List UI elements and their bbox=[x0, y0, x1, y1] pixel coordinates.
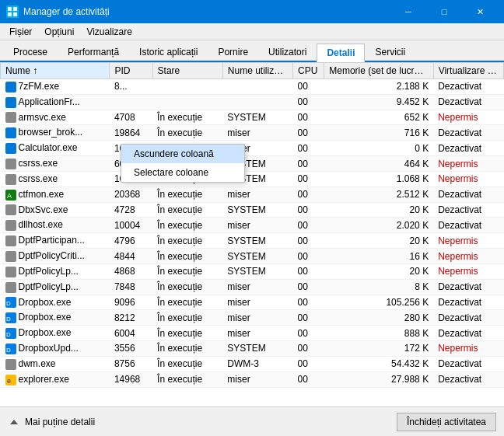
process-memory: 9.452 K bbox=[324, 94, 433, 110]
process-virt: Dezactivat bbox=[433, 125, 503, 141]
title-bar-text: Manager de activități bbox=[23, 6, 110, 17]
process-cpu: 00 bbox=[293, 341, 324, 357]
tab-procese[interactable]: Procese bbox=[3, 42, 58, 61]
process-cpu: 00 bbox=[293, 326, 324, 341]
process-memory: 464 K bbox=[324, 156, 433, 172]
process-memory: 16 K bbox=[324, 249, 433, 264]
svg-rect-4 bbox=[5, 82, 16, 92]
process-cpu: 00 bbox=[293, 218, 324, 233]
row-icon bbox=[5, 282, 16, 293]
svg-rect-5 bbox=[5, 97, 16, 108]
title-bar-controls: ─ □ ✕ bbox=[390, 0, 498, 23]
col-header-user[interactable]: Nume utilizator bbox=[222, 63, 292, 79]
process-status: În execuție bbox=[152, 341, 222, 357]
process-pid: 14968 bbox=[110, 371, 152, 387]
process-memory: 2.188 K bbox=[324, 79, 433, 95]
less-details-label: Mai puține detalii bbox=[25, 417, 95, 427]
row-icon bbox=[5, 97, 16, 108]
process-name: DptfPolicyLp... bbox=[19, 281, 79, 292]
svg-rect-18 bbox=[5, 282, 16, 293]
row-icon bbox=[5, 220, 16, 231]
process-cpu: 00 bbox=[293, 141, 324, 156]
table-row[interactable]: ApplicationFr...009.452 KDezactivat bbox=[1, 94, 504, 110]
table-row[interactable]: DbxSvc.exe4728În execuțieSYSTEM0020 KDez… bbox=[1, 202, 504, 218]
menu-optiuni[interactable]: Opțiuni bbox=[38, 25, 80, 39]
close-task-button[interactable]: Închideți activitatea bbox=[397, 413, 496, 431]
tab-utilizatori[interactable]: Utilizatori bbox=[258, 42, 317, 61]
menu-fisier[interactable]: Fișier bbox=[3, 25, 38, 39]
table-row[interactable]: DptfParticipan...4796În execuțieSYSTEM00… bbox=[1, 233, 504, 249]
row-icon bbox=[5, 359, 16, 370]
col-header-pid[interactable]: PID bbox=[110, 63, 152, 79]
tab-servicii[interactable]: Servicii bbox=[365, 42, 415, 61]
process-cpu: 00 bbox=[293, 295, 324, 310]
tab-detalii[interactable]: Detalii bbox=[317, 44, 365, 62]
table-row[interactable]: armsvc.exe4708În execuțieSYSTEM00652 KNe… bbox=[1, 110, 504, 125]
process-status: În execuție bbox=[152, 326, 222, 341]
svg-rect-0 bbox=[8, 7, 12, 11]
process-user: miser bbox=[222, 295, 292, 310]
maximize-button[interactable]: □ bbox=[426, 0, 462, 23]
table-container[interactable]: Nume ↑ PID Stare Nume utilizator CPU Mem… bbox=[0, 62, 504, 406]
process-cpu: 00 bbox=[293, 233, 324, 249]
process-name: DptfParticipan... bbox=[19, 235, 85, 246]
process-memory: 888 K bbox=[324, 326, 433, 341]
less-details-button[interactable]: Mai puține detalii bbox=[8, 416, 95, 428]
process-status bbox=[152, 94, 222, 110]
close-button[interactable]: ✕ bbox=[462, 0, 498, 23]
process-virt: Dezactivat bbox=[433, 295, 503, 310]
col-header-name[interactable]: Nume ↑ bbox=[1, 63, 110, 79]
table-row[interactable]: eexplorer.exe14968În execuțiemiser0027.9… bbox=[1, 371, 504, 387]
tab-istoric[interactable]: Istoric aplicații bbox=[129, 42, 208, 61]
tab-pornire[interactable]: Pornire bbox=[208, 42, 258, 61]
process-user: SYSTEM bbox=[222, 263, 292, 279]
minimize-button[interactable]: ─ bbox=[390, 0, 426, 23]
process-cpu: 00 bbox=[293, 249, 324, 264]
table-row[interactable]: DDropbox.exe6004În execuțiemiser00888 KD… bbox=[1, 326, 504, 341]
col-header-status[interactable]: Stare bbox=[152, 63, 222, 79]
menu-vizualizare[interactable]: Vizualizare bbox=[80, 25, 138, 39]
context-menu-hide-col[interactable]: Ascundere coloană bbox=[121, 145, 244, 163]
context-menu: Ascundere coloană Selectare coloane bbox=[121, 144, 245, 183]
table-row[interactable]: dwm.exe8756În execuțieDWM-30054.432 KDez… bbox=[1, 356, 504, 371]
process-pid: 4796 bbox=[110, 233, 152, 249]
process-virt: Nepermis bbox=[433, 110, 503, 125]
table-row[interactable]: Calculator.exe16016Suspendatmiser000 KDe… bbox=[1, 141, 504, 156]
table-row[interactable]: DDropbox.exe8212În execuțiemiser00280 KD… bbox=[1, 310, 504, 326]
table-row[interactable]: DptfPolicyLp...7848În execuțiemiser008 K… bbox=[1, 279, 504, 295]
process-name: DbxSvc.exe bbox=[19, 204, 68, 215]
table-row[interactable]: 7zFM.exe8...002.188 KDezactivat bbox=[1, 79, 504, 95]
svg-text:A: A bbox=[7, 192, 12, 200]
process-cpu: 00 bbox=[293, 110, 324, 125]
col-header-virt[interactable]: Virtualizare UAC bbox=[433, 63, 503, 79]
process-table: Nume ↑ PID Stare Nume utilizator CPU Mem… bbox=[0, 62, 504, 388]
process-user: miser bbox=[222, 371, 292, 387]
table-row[interactable]: csrss.exe608În execuțieSYSTEM00464 KNepe… bbox=[1, 156, 504, 172]
col-header-cpu[interactable]: CPU bbox=[293, 63, 324, 79]
svg-rect-9 bbox=[5, 159, 16, 169]
process-memory: 2.512 K bbox=[324, 187, 433, 202]
process-user: miser bbox=[222, 310, 292, 326]
process-pid: 19864 bbox=[110, 125, 152, 141]
svg-rect-10 bbox=[5, 174, 16, 185]
table-row[interactable]: Actfmon.exe20368În execuțiemiser002.512 … bbox=[1, 187, 504, 202]
tab-performanta[interactable]: Performanță bbox=[58, 42, 129, 61]
process-cpu: 00 bbox=[293, 310, 324, 326]
process-pid: 4728 bbox=[110, 202, 152, 218]
context-menu-select-cols[interactable]: Selectare coloane bbox=[121, 163, 244, 182]
process-pid: 3556 bbox=[110, 341, 152, 357]
col-header-memory[interactable]: Memorie (set de lucru privat activ) bbox=[324, 63, 433, 79]
table-row[interactable]: DptfPolicyCriti...4844În execuțieSYSTEM0… bbox=[1, 249, 504, 264]
row-icon: D bbox=[5, 344, 16, 354]
table-row[interactable]: DDropbox.exe9096În execuțiemiser00105.25… bbox=[1, 295, 504, 310]
table-row[interactable]: DptfPolicyLp...4868În execuțieSYSTEM0020… bbox=[1, 263, 504, 279]
svg-text:D: D bbox=[6, 316, 11, 323]
table-row[interactable]: csrss.exe16912În execuțieSYSTEM001.068 K… bbox=[1, 171, 504, 187]
table-row[interactable]: dllhost.exe10004În execuțiemiser002.020 … bbox=[1, 218, 504, 233]
svg-rect-13 bbox=[5, 204, 16, 215]
process-name: dllhost.exe bbox=[19, 219, 63, 230]
table-row[interactable]: DDropboxUpd...3556În execuțieSYSTEM00172… bbox=[1, 341, 504, 357]
table-row[interactable]: browser_brok...19864În execuțiemiser0071… bbox=[1, 125, 504, 141]
row-icon: e bbox=[5, 375, 16, 385]
process-virt: Dezactivat bbox=[433, 371, 503, 387]
